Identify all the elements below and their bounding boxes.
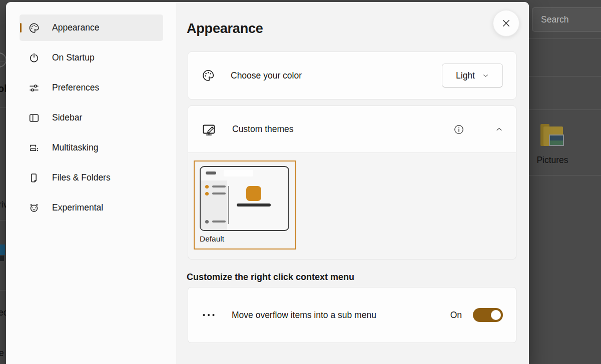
custom-themes-expander-header[interactable]: Custom themes bbox=[188, 106, 516, 153]
divider bbox=[529, 175, 601, 176]
theme-card-default[interactable]: Default bbox=[194, 160, 296, 250]
sidebar-item-on-startup[interactable]: On Startup bbox=[20, 44, 163, 71]
close-icon bbox=[501, 18, 511, 28]
document-icon bbox=[28, 172, 40, 184]
choose-color-card: Choose your color Light bbox=[188, 52, 516, 100]
divider bbox=[0, 108, 6, 108]
info-icon[interactable] bbox=[453, 124, 464, 135]
sidebar-item-label: Sidebar bbox=[52, 112, 82, 123]
color-mode-value: Light bbox=[456, 70, 475, 81]
sidebar-layout-icon bbox=[28, 112, 40, 124]
sliders-icon bbox=[28, 82, 40, 94]
chevron-up-icon[interactable] bbox=[495, 126, 503, 133]
folder-label: Pictures bbox=[528, 155, 576, 166]
sidebar-item-files-folders[interactable]: Files & Folders bbox=[20, 164, 163, 191]
sidebar-item-label: Files & Folders bbox=[52, 172, 111, 183]
theme-editor-icon bbox=[201, 122, 217, 137]
sidebar-item-multitasking[interactable]: Multitasking bbox=[20, 134, 163, 161]
settings-dialog: Appearance On Startup Preferences Sideba… bbox=[6, 2, 529, 364]
sidebar-item-label: On Startup bbox=[52, 52, 95, 63]
close-button[interactable] bbox=[493, 10, 519, 36]
sidebar-item-label: Appearance bbox=[52, 22, 99, 33]
multitasking-icon bbox=[28, 142, 40, 154]
sidebar-item-label: Multitasking bbox=[52, 142, 98, 153]
divider bbox=[0, 62, 6, 62]
theme-name: Default bbox=[200, 234, 290, 244]
chevron-down-icon bbox=[482, 72, 489, 79]
search-placeholder: Search bbox=[541, 14, 568, 25]
page-title: Appearance bbox=[187, 21, 263, 36]
clipped-drive-icon bbox=[0, 256, 4, 261]
toggle-knob bbox=[491, 310, 501, 320]
sidebar-item-sidebar[interactable]: Sidebar bbox=[20, 104, 163, 131]
divider bbox=[0, 220, 6, 220]
custom-themes-label: Custom themes bbox=[232, 124, 294, 134]
clipped-drive-icon bbox=[0, 244, 5, 255]
palette-icon bbox=[28, 22, 40, 34]
color-mode-dropdown[interactable]: Light bbox=[442, 64, 503, 88]
divider bbox=[529, 76, 601, 76]
overflow-toggle-switch[interactable] bbox=[473, 308, 503, 322]
divider bbox=[529, 110, 601, 110]
overflow-items-card: Move overflow items into a sub menu On bbox=[188, 287, 516, 343]
settings-sidebar: Appearance On Startup Preferences Sideba… bbox=[20, 14, 163, 224]
palette-icon bbox=[201, 68, 215, 82]
sidebar-item-preferences[interactable]: Preferences bbox=[20, 74, 163, 101]
context-menu-section-heading: Customize the right click context menu bbox=[187, 272, 354, 282]
pictures-folder-icon bbox=[539, 122, 566, 148]
selection-accent-pill bbox=[20, 23, 22, 32]
divider bbox=[0, 290, 6, 290]
power-icon bbox=[28, 52, 40, 64]
custom-themes-panel: Default bbox=[188, 153, 516, 260]
overflow-toggle-label: Move overflow items into a sub menu bbox=[232, 310, 376, 320]
theme-preview-thumbnail bbox=[200, 166, 289, 231]
sidebar-item-label: Experimental bbox=[52, 202, 103, 213]
sidebar-item-appearance[interactable]: Appearance bbox=[20, 14, 163, 41]
overflow-dots-icon bbox=[201, 308, 216, 322]
search-input: Search bbox=[532, 8, 601, 32]
toggle-state-label: On bbox=[450, 310, 462, 320]
clipped-text-fragment: e bbox=[0, 348, 4, 358]
sidebar-item-label: Preferences bbox=[52, 82, 99, 93]
cat-icon bbox=[28, 202, 40, 214]
divider bbox=[529, 38, 601, 39]
choose-color-label: Choose your color bbox=[231, 70, 302, 81]
sidebar-item-experimental[interactable]: Experimental bbox=[20, 194, 163, 221]
